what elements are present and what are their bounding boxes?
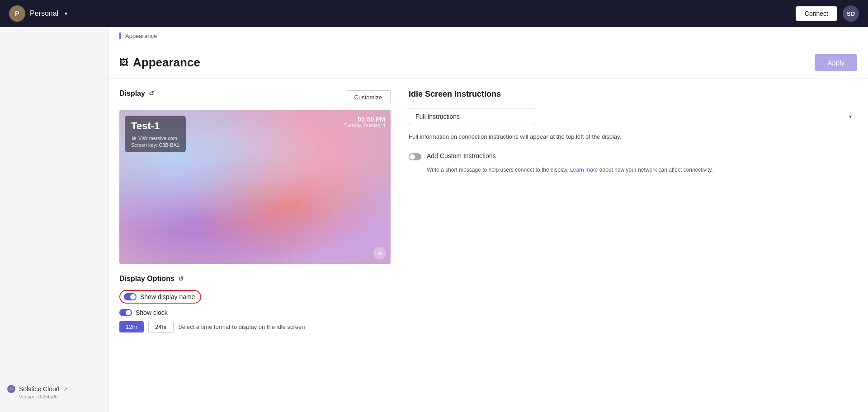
display-header: Display ↺ Customize	[119, 89, 391, 105]
clock-time: 01:50 PM	[344, 116, 385, 123]
right-column: Idle Screen Instructions Full Instructio…	[409, 89, 857, 333]
org-dropdown-icon: ▾	[65, 10, 67, 17]
instructions-dropdown[interactable]: Full Instructions Basic Instructions No …	[409, 108, 535, 125]
breadcrumb-appearance: Appearance	[119, 33, 157, 39]
display-preview: Test-1 🖥 Visit mersive.com Screen key: C…	[119, 110, 391, 264]
breadcrumb: Appearance	[108, 27, 868, 45]
learn-more-link[interactable]: Learn more	[570, 167, 598, 173]
org-name: Personal	[30, 9, 58, 18]
time-format-desc: Select a time format to display on the i…	[178, 323, 305, 330]
display-options-title: Display Options ↺	[119, 275, 391, 283]
custom-instructions-label: Add Custom Instructions	[427, 152, 496, 159]
user-avatar[interactable]: SD	[843, 5, 859, 22]
time-12hr-button[interactable]: 12hr	[119, 321, 144, 332]
display-visit-label: 🖥 Visit mersive.com	[131, 136, 179, 141]
custom-instructions-toggle[interactable]	[409, 153, 421, 160]
main-content: Appearance 🖼 Appearance Apply Display ↺ …	[108, 27, 868, 412]
page-header: 🖼 Appearance Apply	[108, 45, 868, 79]
solstice-cloud-link[interactable]: S Solstice Cloud ↗	[7, 385, 101, 393]
topnav-right: Connect SD	[796, 5, 859, 22]
apply-button[interactable]: Apply	[815, 54, 857, 71]
custom-instructions-row: Add Custom Instructions	[409, 152, 857, 160]
display-screen-key: Screen key: C3B-BA1	[131, 142, 179, 148]
display-name-text: Test-1	[131, 120, 179, 132]
org-selector[interactable]: P Personal ▾	[9, 5, 67, 22]
time-24hr-button[interactable]: 24hr	[148, 321, 174, 333]
org-avatar: P	[9, 5, 25, 22]
instructions-dropdown-container: Full Instructions Basic Instructions No …	[409, 108, 857, 125]
page-title-group: 🖼 Appearance	[119, 56, 200, 70]
page-title: Appearance	[133, 56, 200, 70]
time-format-row: 12hr 24hr Select a time format to displa…	[119, 321, 391, 333]
sidebar-bottom: S Solstice Cloud ↗ Version: 0a94a00	[0, 379, 108, 405]
sidebar: S Solstice Cloud ↗ Version: 0a94a00	[0, 27, 108, 412]
display-clock: 01:50 PM Tuesday, February 4	[344, 116, 385, 128]
show-clock-row: Show clock	[119, 309, 391, 316]
display-options-refresh-icon[interactable]: ↺	[178, 275, 184, 282]
appearance-page-icon: 🖼	[119, 57, 128, 68]
solstice-cloud-label: Solstice Cloud	[19, 385, 60, 393]
solstice-icon: S	[7, 385, 15, 393]
left-column: Display ↺ Customize Test-1 🖥 Visit mersi…	[119, 89, 409, 333]
dropdown-arrow-icon: ▾	[849, 113, 852, 120]
display-section-title: Display ↺	[119, 89, 154, 98]
show-clock-label: Show clock	[136, 309, 168, 316]
monitor-icon: 🖥	[131, 136, 136, 141]
instruction-description: Full information on connection instructi…	[409, 132, 626, 141]
display-options-section: Display Options ↺ Show display name Show	[119, 275, 391, 333]
display-title-text: Display	[119, 89, 145, 98]
top-navigation: P Personal ▾ Connect SD	[0, 0, 868, 27]
display-info-box: Test-1 🖥 Visit mersive.com Screen key: C…	[125, 116, 186, 152]
show-display-name-row: Show display name	[119, 290, 391, 304]
display-overlay: Test-1 🖥 Visit mersive.com Screen key: C…	[119, 110, 391, 264]
customize-button[interactable]: Customize	[346, 90, 391, 104]
show-display-name-label: Show display name	[140, 293, 195, 300]
connect-button[interactable]: Connect	[796, 6, 837, 21]
main-layout: S Solstice Cloud ↗ Version: 0a94a00 Appe…	[0, 27, 868, 412]
mersive-logo: m	[373, 247, 386, 259]
show-display-name-toggle-wrapper[interactable]: Show display name	[119, 290, 201, 304]
display-refresh-icon[interactable]: ↺	[149, 90, 154, 97]
idle-screen-title: Idle Screen Instructions	[409, 89, 857, 99]
custom-instructions-desc: Write a short message to help users conn…	[427, 166, 857, 174]
clock-date: Tuesday, February 4	[344, 123, 385, 128]
display-options-title-text: Display Options	[119, 275, 175, 283]
learn-more-suffix: about how your network can affect connec…	[599, 167, 713, 173]
show-clock-toggle[interactable]	[119, 309, 132, 316]
external-link-icon: ↗	[63, 386, 67, 392]
two-col-layout: Display ↺ Customize Test-1 🖥 Visit mersi…	[108, 79, 868, 344]
custom-desc-text: Write a short message to help users conn…	[427, 167, 569, 173]
show-display-name-toggle[interactable]	[124, 293, 137, 300]
version-label: Version: 0a94a00	[19, 394, 101, 399]
